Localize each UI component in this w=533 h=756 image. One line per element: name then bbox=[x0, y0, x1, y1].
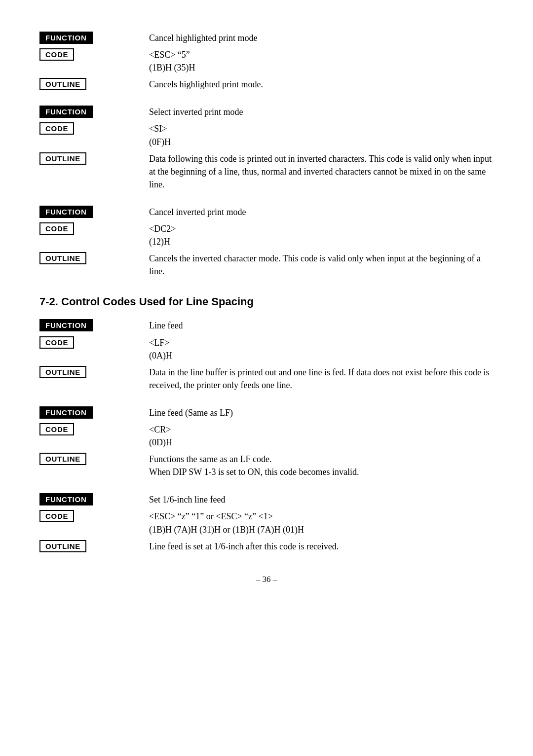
function-badge-5: FUNCTION bbox=[39, 406, 93, 419]
function-text-3: Cancel inverted print mode bbox=[143, 204, 494, 220]
code-label-cell-6: CODE bbox=[39, 508, 143, 538]
function-badge-2: FUNCTION bbox=[39, 106, 93, 118]
code-text-1: <ESC> “5” (1B)H (35)H bbox=[143, 46, 494, 76]
function-badge-1: FUNCTION bbox=[39, 32, 93, 44]
outline-row-5: OUTLINE Functions the same as an LF code… bbox=[39, 451, 494, 480]
code-row-1: CODE <ESC> “5” (1B)H (35)H bbox=[39, 46, 494, 76]
outline-badge-4: OUTLINE bbox=[39, 366, 86, 378]
outline-text-4: Data in the line buffer is printed out a… bbox=[143, 364, 494, 394]
function-row-5: FUNCTION Line feed (Same as LF) bbox=[39, 404, 494, 421]
function-row-4: FUNCTION Line feed bbox=[39, 317, 494, 334]
outline-row-3: OUTLINE Cancels the inverted character m… bbox=[39, 250, 494, 280]
outline-label-cell-5: OUTLINE bbox=[39, 451, 143, 480]
code-badge-4: CODE bbox=[39, 336, 74, 349]
outline-row-2: OUTLINE Data following this code is prin… bbox=[39, 150, 494, 193]
code-text-6: <ESC> “z” “1” or <ESC> “z” <1> (1B)H (7A… bbox=[143, 508, 494, 538]
code-row-2: CODE <SI> (0F)H bbox=[39, 120, 494, 150]
code-row-5: CODE <CR> (0D)H bbox=[39, 421, 494, 451]
function-badge-6: FUNCTION bbox=[39, 493, 93, 505]
code-badge-3: CODE bbox=[39, 222, 74, 235]
entry-group-1: FUNCTION Cancel highlighted print mode C… bbox=[39, 30, 494, 93]
code-line2-1: (1B)H (35)H bbox=[149, 61, 494, 74]
function-label-cell-4: FUNCTION bbox=[39, 317, 143, 334]
code-badge-2: CODE bbox=[39, 122, 74, 135]
outline-text-3: Cancels the inverted character mode. Thi… bbox=[143, 250, 494, 280]
outline-text-6: Line feed is set at 1/6-inch after this … bbox=[143, 538, 494, 555]
code-badge-1: CODE bbox=[39, 48, 74, 61]
entry-group-2: FUNCTION Select inverted print mode CODE… bbox=[39, 104, 494, 193]
function-badge-3: FUNCTION bbox=[39, 206, 93, 218]
code-label-cell-1: CODE bbox=[39, 46, 143, 76]
outline-label-cell-4: OUTLINE bbox=[39, 364, 143, 394]
function-label-cell-6: FUNCTION bbox=[39, 491, 143, 508]
code-badge-5: CODE bbox=[39, 423, 74, 435]
entry-group-5: FUNCTION Line feed (Same as LF) CODE <CR… bbox=[39, 404, 494, 480]
code-text-3: <DC2> (12)H bbox=[143, 220, 494, 250]
function-text-4: Line feed bbox=[143, 317, 494, 334]
code-row-4: CODE <LF> (0A)H bbox=[39, 334, 494, 364]
entry-groups-section2: FUNCTION Line feed CODE <LF> (0A)H OUTLI… bbox=[39, 317, 494, 554]
entry-groups-section1: FUNCTION Cancel highlighted print mode C… bbox=[39, 30, 494, 280]
code-label-cell-4: CODE bbox=[39, 334, 143, 364]
outline-badge-3: OUTLINE bbox=[39, 252, 86, 264]
outline-badge-1: OUTLINE bbox=[39, 78, 86, 90]
outline-badge-6: OUTLINE bbox=[39, 540, 86, 552]
code-label-cell-3: CODE bbox=[39, 220, 143, 250]
outline-badge-5: OUTLINE bbox=[39, 453, 86, 465]
code-text-2: <SI> (0F)H bbox=[143, 120, 494, 150]
code-text-4: <LF> (0A)H bbox=[143, 334, 494, 364]
code-badge-6: CODE bbox=[39, 510, 74, 522]
outline-label-cell-6: OUTLINE bbox=[39, 538, 143, 555]
code-line2-3: (12)H bbox=[149, 235, 494, 248]
outline-text-5a: Functions the same as an LF code. bbox=[149, 453, 494, 466]
code-line1-2: <SI> bbox=[149, 122, 494, 135]
code-label-cell-2: CODE bbox=[39, 120, 143, 150]
entry-group-6: FUNCTION Set 1/6-inch line feed CODE <ES… bbox=[39, 491, 494, 554]
code-line2-5: (0D)H bbox=[149, 436, 494, 449]
function-row-1: FUNCTION Cancel highlighted print mode bbox=[39, 30, 494, 46]
outline-row-1: OUTLINE Cancels highlighted print mode. bbox=[39, 76, 494, 93]
code-line1-1: <ESC> “5” bbox=[149, 48, 494, 61]
outline-label-cell-1: OUTLINE bbox=[39, 76, 143, 93]
outline-text-2: Data following this code is printed out … bbox=[143, 150, 494, 193]
function-label-cell-1: FUNCTION bbox=[39, 30, 143, 46]
code-row-6: CODE <ESC> “z” “1” or <ESC> “z” <1> (1B)… bbox=[39, 508, 494, 538]
page-footer: – 36 – bbox=[39, 575, 494, 584]
function-text-1: Cancel highlighted print mode bbox=[143, 30, 494, 46]
outline-row-6: OUTLINE Line feed is set at 1/6-inch aft… bbox=[39, 538, 494, 555]
code-label-cell-5: CODE bbox=[39, 421, 143, 451]
function-text-6: Set 1/6-inch line feed bbox=[143, 491, 494, 508]
entry-group-4: FUNCTION Line feed CODE <LF> (0A)H OUTLI… bbox=[39, 317, 494, 393]
outline-label-cell-2: OUTLINE bbox=[39, 150, 143, 193]
code-line1-6: <ESC> “z” “1” or <ESC> “z” <1> bbox=[149, 510, 494, 523]
function-row-6: FUNCTION Set 1/6-inch line feed bbox=[39, 491, 494, 508]
code-line2-6: (1B)H (7A)H (31)H or (1B)H (7A)H (01)H bbox=[149, 523, 494, 536]
outline-label-cell-3: OUTLINE bbox=[39, 250, 143, 280]
code-row-3: CODE <DC2> (12)H bbox=[39, 220, 494, 250]
function-label-cell-2: FUNCTION bbox=[39, 104, 143, 120]
code-line2-2: (0F)H bbox=[149, 136, 494, 148]
code-line1-5: <CR> bbox=[149, 423, 494, 436]
outline-badge-2: OUTLINE bbox=[39, 152, 86, 165]
outline-text-5b: When DIP SW 1-3 is set to ON, this code … bbox=[149, 466, 494, 478]
code-line1-3: <DC2> bbox=[149, 222, 494, 235]
function-text-2: Select inverted print mode bbox=[143, 104, 494, 120]
outline-text-1: Cancels highlighted print mode. bbox=[143, 76, 494, 93]
function-badge-4: FUNCTION bbox=[39, 319, 93, 331]
entry-group-3: FUNCTION Cancel inverted print mode CODE… bbox=[39, 204, 494, 280]
function-label-cell-5: FUNCTION bbox=[39, 404, 143, 421]
function-row-2: FUNCTION Select inverted print mode bbox=[39, 104, 494, 120]
code-line2-4: (0A)H bbox=[149, 349, 494, 362]
code-line1-4: <LF> bbox=[149, 336, 494, 349]
outline-text-5: Functions the same as an LF code. When D… bbox=[143, 451, 494, 480]
function-label-cell-3: FUNCTION bbox=[39, 204, 143, 220]
outline-row-4: OUTLINE Data in the line buffer is print… bbox=[39, 364, 494, 394]
function-row-3: FUNCTION Cancel inverted print mode bbox=[39, 204, 494, 220]
function-text-5: Line feed (Same as LF) bbox=[143, 404, 494, 421]
section-heading: 7-2. Control Codes Used for Line Spacing bbox=[39, 295, 494, 308]
code-text-5: <CR> (0D)H bbox=[143, 421, 494, 451]
